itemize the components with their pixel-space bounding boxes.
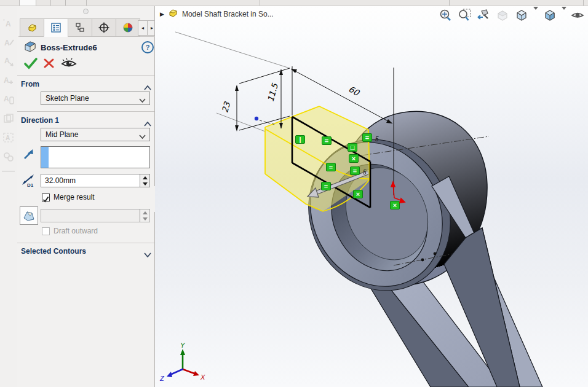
display-style-icon[interactable] xyxy=(542,8,557,23)
draft-outward-label: Draft outward xyxy=(54,227,98,235)
display-style-caret[interactable] xyxy=(562,10,566,21)
svg-text:|: | xyxy=(299,136,301,143)
svg-text:×: × xyxy=(356,190,360,198)
solidworks-window: A* A A A A A ◂ ▸ xyxy=(0,0,588,387)
heads-up-view-toolbar xyxy=(438,8,586,23)
spin-up-button[interactable] xyxy=(140,174,149,181)
commandmanager-edge xyxy=(0,0,588,6)
svg-text:=: = xyxy=(365,134,369,141)
active-selection-bar xyxy=(41,147,49,168)
view-orientation-icon[interactable] xyxy=(514,8,529,23)
direction-reference-input[interactable] xyxy=(41,146,150,168)
svg-text:×: × xyxy=(352,155,356,162)
end-condition-value: Mid Plane xyxy=(46,130,78,139)
svg-text:A: A xyxy=(4,39,10,47)
annotation-a-pencil-icon[interactable]: A xyxy=(1,35,16,50)
hide-show-items-icon[interactable] xyxy=(571,8,586,23)
spin-down-button[interactable] xyxy=(140,181,149,187)
svg-text:×: × xyxy=(393,201,397,209)
svg-text:A: A xyxy=(6,135,10,141)
tab-dimxpert[interactable] xyxy=(92,18,116,37)
zoom-area-icon[interactable] xyxy=(457,8,472,23)
svg-text:□: □ xyxy=(351,144,355,151)
flyout-featuremanager: ▶ Model Shaft Bracket in So... xyxy=(160,8,274,20)
cancel-button[interactable] xyxy=(43,58,55,71)
relation-badge-suffix: 5 xyxy=(363,169,367,176)
reverse-direction-icon[interactable] xyxy=(22,147,36,163)
svg-text:A: A xyxy=(4,57,10,65)
section-selected-contours-label: Selected Contours xyxy=(21,247,86,256)
ok-button[interactable] xyxy=(23,57,38,72)
section-view-icon xyxy=(495,8,510,23)
triad-y-label: Y xyxy=(180,342,185,349)
annotation-toolbar: A* A A A A A xyxy=(0,6,18,387)
end-condition-select[interactable]: Mid Plane xyxy=(41,128,150,141)
svg-text:=: = xyxy=(329,163,333,171)
preview-eye-icon[interactable] xyxy=(60,57,79,72)
merge-result-label: Merge result xyxy=(54,193,95,201)
section-from-label: From xyxy=(21,80,39,88)
draft-angle-input xyxy=(41,209,150,222)
tab-part[interactable] xyxy=(20,18,44,37)
annotation-links-icon[interactable] xyxy=(1,149,16,164)
svg-text:D1: D1 xyxy=(27,182,34,188)
model-scene: 23 11.5 60 |==5□×==5=×× xyxy=(155,6,588,387)
panel-grip[interactable] xyxy=(83,9,89,14)
annotation-a-clipboard-icon[interactable]: A xyxy=(1,92,16,107)
svg-text:=: = xyxy=(353,167,357,174)
depth-spinner[interactable] xyxy=(140,174,149,187)
section-selected-contours-expand-icon[interactable] xyxy=(144,249,151,260)
section-direction1-label: Direction 1 xyxy=(21,116,59,125)
depth-d1-icon: D1 xyxy=(20,172,37,190)
from-plane-value: Sketch Plane xyxy=(46,94,89,103)
annotation-a-arrow-icon[interactable]: A xyxy=(1,54,16,69)
property-manager-panel: ◂ ▸ Boss-Extrude6 ? From Sketch Plane xyxy=(17,6,155,387)
svg-text:=: = xyxy=(325,137,328,144)
graphics-area[interactable]: 23 11.5 60 |==5□×==5=×× xyxy=(155,6,588,387)
reference-triad: Y X Z xyxy=(159,342,205,382)
view-orientation-caret[interactable] xyxy=(533,10,538,21)
previous-view-icon[interactable] xyxy=(476,8,491,23)
svg-text:A: A xyxy=(6,20,11,28)
flyout-expand-arrow[interactable]: ▶ xyxy=(160,11,164,17)
dim-11-5: 11.5 xyxy=(266,82,280,103)
manager-tab-bar: ◂ ▸ xyxy=(18,18,154,37)
triad-x-label: X xyxy=(200,373,205,381)
boss-extrude-icon xyxy=(23,40,38,56)
annotation-copy-icon[interactable] xyxy=(1,111,16,126)
part-icon xyxy=(168,8,178,20)
triad-z-label: Z xyxy=(159,375,165,382)
relation-badge-suffix: 5 xyxy=(375,136,379,143)
svg-text:A: A xyxy=(4,76,9,85)
tab-display-manager[interactable] xyxy=(116,18,140,37)
tab-configuration-manager[interactable] xyxy=(68,18,92,37)
flyout-part-title[interactable]: Model Shaft Bracket in So... xyxy=(182,10,274,18)
zoom-fit-icon[interactable] xyxy=(438,8,453,23)
dim-60: 60 xyxy=(347,84,362,98)
depth-input[interactable]: 32.00mm xyxy=(41,174,150,187)
dim-23: 23 xyxy=(220,100,232,114)
chevron-down-icon xyxy=(139,133,146,141)
sketch-point[interactable] xyxy=(255,117,258,120)
feature-title: Boss-Extrude6 xyxy=(41,43,97,52)
annotation-a-marquee-icon[interactable]: A xyxy=(1,130,16,145)
annotation-a-plus-icon[interactable]: A xyxy=(1,73,16,88)
svg-text:A: A xyxy=(4,95,9,103)
annotation-a-star-icon[interactable]: A* xyxy=(1,16,16,31)
merge-result-checkbox[interactable] xyxy=(42,194,50,201)
svg-text:*: * xyxy=(3,18,5,23)
help-icon[interactable]: ? xyxy=(141,41,154,53)
from-plane-select[interactable]: Sketch Plane xyxy=(41,92,150,105)
tab-scroll-left-button[interactable]: ◂ xyxy=(138,20,148,36)
svg-text:=: = xyxy=(324,182,328,190)
chevron-down-icon xyxy=(139,96,146,105)
draft-button[interactable] xyxy=(20,206,38,225)
tab-feature-manager[interactable] xyxy=(44,18,68,37)
draft-outward-checkbox xyxy=(42,227,50,235)
active-tab-edge xyxy=(20,0,36,6)
draft-spinner xyxy=(140,209,149,222)
